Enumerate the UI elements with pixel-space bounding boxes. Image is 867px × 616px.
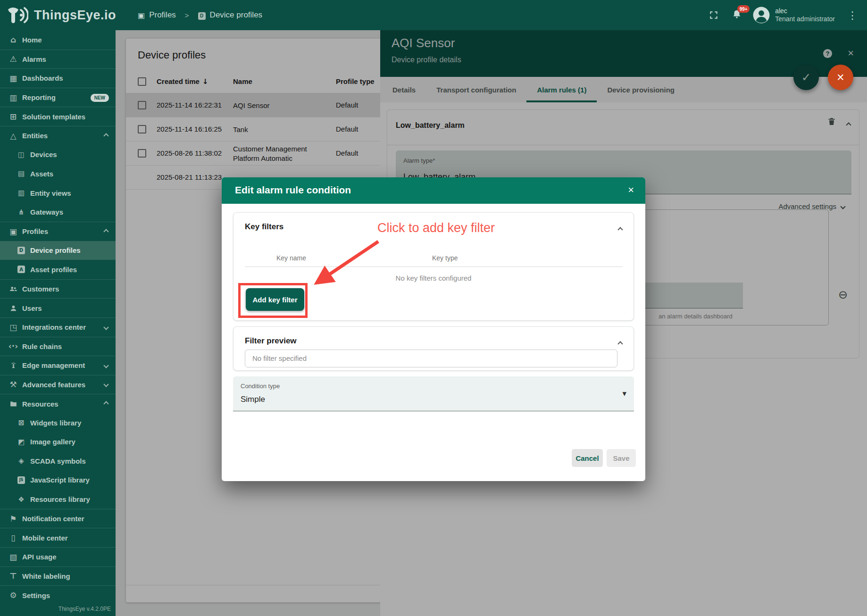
- sidebar-item-rule-chains[interactable]: ‹·›Rule chains: [0, 337, 116, 356]
- save-button[interactable]: Save: [607, 449, 636, 467]
- sidebar-item-widgets-library[interactable]: ⊠Widgets library: [0, 413, 116, 433]
- sidebar-item-devices[interactable]: ◫Devices: [0, 145, 116, 165]
- sidebar-item-label: Asset profiles: [30, 266, 77, 274]
- thingseye-logo-icon: [7, 6, 28, 24]
- notification-center-icon: ⚑: [8, 514, 19, 524]
- sidebar-item-assets[interactable]: ▤Assets: [0, 164, 116, 183]
- sidebar-item-label: JavaScript library: [30, 476, 90, 484]
- sidebar-item-label: Dashboards: [22, 74, 63, 82]
- discard-changes-fab[interactable]: ×: [828, 65, 853, 90]
- profiles-icon: ▣: [8, 227, 19, 236]
- widgets-library-icon: ⊠: [16, 418, 27, 427]
- sidebar-item-device-profiles[interactable]: DDevice profiles: [0, 241, 116, 260]
- sidebar-item-asset-profiles[interactable]: AAsset profiles: [0, 260, 116, 279]
- sidebar-item-resources-library[interactable]: ❖Resources library: [0, 490, 116, 509]
- sidebar-item-home[interactable]: ⌂Home: [0, 30, 116, 50]
- cancel-button[interactable]: Cancel: [572, 449, 603, 467]
- avatar[interactable]: [752, 6, 770, 24]
- sidebar-item-label: Devices: [30, 150, 57, 158]
- key-filters-heading: Key filters: [245, 222, 283, 232]
- edge-management-icon: [8, 361, 19, 369]
- filter-preview-box[interactable]: No filter specified: [245, 350, 617, 367]
- home-icon: ⌂: [8, 35, 19, 44]
- javascript-library-icon: JS: [16, 476, 27, 484]
- dialog-title: Edit alarm rule condition: [235, 184, 351, 196]
- sidebar-item-alarms[interactable]: ⚠Alarms: [0, 50, 116, 69]
- sidebar-item-scada-symbols[interactable]: ◈SCADA symbols: [0, 451, 116, 471]
- sidebar-item-label: Profiles: [22, 227, 48, 235]
- sidebar-item-label: Integrations center: [22, 323, 86, 331]
- notifications-button[interactable]: 99+: [732, 9, 742, 21]
- image-gallery-icon: ◩: [16, 438, 27, 446]
- condition-type-label: Condition type: [241, 383, 280, 390]
- sidebar-item-white-labeling[interactable]: ⊤White labeling: [0, 566, 116, 586]
- condition-type-value: Simple: [241, 395, 265, 404]
- annotation-highlight-box: [238, 283, 308, 318]
- dialog-close-icon[interactable]: ×: [628, 184, 634, 196]
- mobile-center-icon: ▯: [8, 533, 19, 542]
- user-info[interactable]: alec Tenant administrator: [775, 7, 835, 24]
- device-profiles-icon: D: [16, 247, 27, 254]
- sidebar-item-javascript-library[interactable]: JSJavaScript library: [0, 471, 116, 490]
- sidebar-item-notification-center[interactable]: ⚑Notification center: [0, 509, 116, 528]
- sidebar-item-profiles[interactable]: ▣Profiles: [0, 222, 116, 241]
- sidebar-item-label: Users: [22, 304, 42, 312]
- resources-icon: [8, 400, 19, 408]
- topbar: ThingsEye.io ▣ Profiles > D Device profi…: [0, 0, 867, 30]
- sidebar: ⌂Home⚠Alarms▦Dashboards▥ReportingNEW⊞Sol…: [0, 30, 116, 616]
- asset-profiles-icon: A: [16, 266, 27, 273]
- sidebar-item-integrations-center[interactable]: ◳Integrations center: [0, 317, 116, 337]
- resources-library-icon: ❖: [16, 495, 27, 504]
- sidebar-item-label: Entities: [22, 132, 48, 140]
- sidebar-item-api-usage[interactable]: ▧API usage: [0, 547, 116, 566]
- sidebar-item-label: Alarms: [22, 55, 46, 63]
- app-version: ThingsEye v.4.2.0PE: [58, 606, 111, 612]
- key-type-column-header: Key type: [432, 254, 458, 262]
- breadcrumb-profiles[interactable]: Profiles: [149, 10, 176, 20]
- sidebar-item-label: Reporting: [22, 93, 56, 101]
- sidebar-item-reporting[interactable]: ▥ReportingNEW: [0, 88, 116, 107]
- sidebar-item-label: Entity views: [30, 189, 71, 197]
- collapse-filter-preview-icon[interactable]: [618, 339, 622, 348]
- sidebar-item-label: API usage: [22, 553, 57, 561]
- breadcrumb-device-profiles[interactable]: Device profiles: [210, 10, 263, 20]
- sidebar-item-label: Gateways: [30, 208, 63, 216]
- sidebar-item-dashboards[interactable]: ▦Dashboards: [0, 68, 116, 88]
- sidebar-item-solution-templates[interactable]: ⊞Solution templates: [0, 107, 116, 126]
- collapse-key-filters-icon[interactable]: [618, 225, 622, 233]
- fullscreen-icon[interactable]: [709, 10, 718, 20]
- condition-type-select[interactable]: Condition type Simple ▾: [233, 376, 634, 411]
- breadcrumb-separator: >: [185, 11, 189, 19]
- sidebar-item-customers[interactable]: Customers: [0, 279, 116, 299]
- sidebar-item-label: Settings: [22, 591, 50, 599]
- sidebar-item-label: Resources library: [30, 495, 90, 503]
- sidebar-item-settings[interactable]: ⚙Settings: [0, 585, 116, 605]
- sidebar-item-image-gallery[interactable]: ◩Image gallery: [0, 432, 116, 451]
- no-key-filters-text: No key filters configured: [233, 274, 634, 282]
- chevron-up-icon: [103, 401, 108, 406]
- sidebar-item-edge-management[interactable]: Edge management: [0, 356, 116, 375]
- sidebar-item-label: Widgets library: [30, 419, 81, 427]
- profiles-icon: ▣: [138, 11, 145, 20]
- sidebar-item-resources[interactable]: Resources: [0, 394, 116, 413]
- sidebar-item-label: Solution templates: [22, 113, 85, 121]
- sidebar-nav: ⌂Home⚠Alarms▦Dashboards▥ReportingNEW⊞Sol…: [0, 30, 116, 605]
- devices-icon: ◫: [16, 150, 27, 159]
- sidebar-item-gateways[interactable]: ⋔Gateways: [0, 202, 116, 222]
- sidebar-item-mobile-center[interactable]: ▯Mobile center: [0, 528, 116, 547]
- divider: [245, 266, 622, 267]
- entity-views-icon: ▥: [16, 189, 27, 197]
- sidebar-item-entity-views[interactable]: ▥Entity views: [0, 183, 116, 203]
- kebab-menu-icon[interactable]: ⋮: [847, 9, 858, 21]
- filter-preview-section: Filter preview No filter specified: [233, 326, 634, 371]
- sidebar-item-advanced-features[interactable]: ⚒Advanced features: [0, 375, 116, 394]
- chevron-down-icon: [103, 325, 108, 330]
- filter-preview-heading: Filter preview: [245, 336, 297, 346]
- chevron-down-icon: [103, 363, 108, 368]
- sidebar-item-users[interactable]: Users: [0, 298, 116, 317]
- sidebar-item-entities[interactable]: △Entities: [0, 126, 116, 145]
- sidebar-item-label: Assets: [30, 170, 53, 178]
- sidebar-item-label: Notification center: [22, 515, 84, 523]
- annotation-arrow: [302, 235, 387, 294]
- chevron-up-icon: [103, 133, 108, 138]
